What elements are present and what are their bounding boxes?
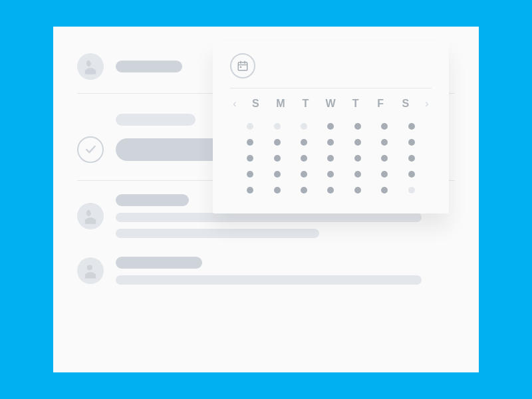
calendar-day[interactable] bbox=[371, 139, 398, 146]
calendar-day[interactable] bbox=[344, 139, 371, 146]
calendar-day[interactable] bbox=[317, 139, 344, 146]
day-dot bbox=[408, 155, 415, 162]
calendar-day[interactable] bbox=[371, 155, 398, 162]
dow-label: S bbox=[393, 98, 418, 110]
day-dot bbox=[274, 171, 281, 178]
calendar-day[interactable] bbox=[237, 155, 263, 162]
calendar-day[interactable] bbox=[344, 155, 371, 162]
dow-label: T bbox=[293, 98, 319, 110]
placeholder-bar bbox=[116, 114, 196, 126]
calendar-day[interactable] bbox=[317, 171, 344, 178]
prev-month-button[interactable]: ‹ bbox=[230, 98, 239, 110]
placeholder-bar bbox=[116, 257, 202, 269]
day-dot bbox=[247, 123, 253, 130]
main-panel: ‹ S M T W T F S › bbox=[53, 27, 479, 372]
day-of-week-header: S M T W T F S bbox=[239, 98, 422, 110]
day-dot bbox=[274, 155, 281, 162]
calendar-day[interactable] bbox=[263, 123, 290, 130]
day-dot bbox=[408, 123, 415, 130]
calendar-day[interactable] bbox=[398, 155, 425, 162]
day-dot bbox=[247, 171, 253, 178]
calendar-day[interactable] bbox=[398, 171, 425, 178]
user-icon bbox=[81, 207, 100, 225]
checkmark-icon[interactable] bbox=[77, 136, 104, 163]
calendar-day[interactable] bbox=[398, 123, 425, 130]
calendar-day[interactable] bbox=[291, 139, 317, 146]
list-item[interactable] bbox=[77, 247, 455, 294]
svg-point-0 bbox=[87, 265, 92, 270]
calendar-day[interactable] bbox=[263, 171, 290, 178]
dow-label: F bbox=[368, 98, 394, 110]
day-dot bbox=[354, 155, 361, 162]
avatar bbox=[77, 53, 104, 80]
day-dot bbox=[327, 155, 334, 162]
user-icon bbox=[81, 261, 100, 280]
calendar-day[interactable] bbox=[398, 139, 425, 146]
day-dot bbox=[381, 155, 388, 162]
dow-label: T bbox=[343, 98, 368, 110]
day-dot bbox=[327, 171, 334, 178]
calendar-day[interactable] bbox=[291, 123, 317, 130]
user-icon bbox=[81, 57, 100, 76]
day-dot bbox=[274, 139, 281, 146]
day-dot bbox=[327, 139, 334, 146]
day-dot bbox=[301, 123, 307, 130]
day-dot bbox=[301, 171, 307, 178]
placeholder-bar bbox=[116, 194, 189, 206]
calendar-day[interactable] bbox=[263, 155, 290, 162]
calendar-day[interactable] bbox=[263, 187, 290, 194]
dow-label: S bbox=[243, 98, 269, 110]
calendar-header bbox=[230, 53, 432, 88]
calendar-day[interactable] bbox=[317, 155, 344, 162]
day-dot bbox=[274, 187, 281, 194]
placeholder-bar bbox=[116, 275, 422, 285]
day-dot bbox=[354, 123, 361, 130]
calendar-day[interactable] bbox=[263, 139, 290, 146]
placeholder-bar bbox=[116, 213, 422, 222]
day-dot bbox=[301, 139, 307, 146]
calendar-popover[interactable]: ‹ S M T W T F S › bbox=[213, 41, 449, 213]
next-month-button[interactable]: › bbox=[422, 98, 432, 110]
day-dot bbox=[381, 139, 388, 146]
dow-label: M bbox=[269, 98, 294, 110]
calendar-day[interactable] bbox=[344, 171, 371, 178]
placeholder-bar bbox=[116, 61, 182, 72]
day-dot bbox=[247, 155, 253, 162]
day-dot bbox=[247, 139, 253, 146]
calendar-day[interactable] bbox=[317, 123, 344, 130]
calendar-day[interactable] bbox=[237, 187, 263, 194]
day-dot bbox=[301, 187, 307, 194]
calendar-day[interactable] bbox=[344, 187, 371, 194]
day-dot bbox=[381, 123, 388, 130]
calendar-day[interactable] bbox=[398, 187, 425, 194]
day-dot bbox=[381, 171, 388, 178]
day-dot bbox=[408, 171, 415, 178]
day-dot bbox=[274, 123, 281, 130]
calendar-day[interactable] bbox=[344, 123, 371, 130]
dow-label: W bbox=[319, 98, 344, 110]
day-dot bbox=[408, 187, 415, 194]
svg-rect-1 bbox=[238, 63, 247, 70]
calendar-day[interactable] bbox=[371, 123, 398, 130]
calendar-day[interactable] bbox=[317, 187, 344, 194]
calendar-icon bbox=[230, 53, 255, 78]
calendar-day[interactable] bbox=[291, 187, 317, 194]
calendar-day[interactable] bbox=[291, 155, 317, 162]
calendar-day[interactable] bbox=[237, 139, 263, 146]
day-dot bbox=[354, 139, 361, 146]
calendar-day[interactable] bbox=[237, 123, 263, 130]
day-dot bbox=[247, 187, 253, 194]
calendar-grid bbox=[230, 119, 432, 194]
day-dot bbox=[381, 187, 388, 194]
calendar-day[interactable] bbox=[291, 171, 317, 178]
calendar-day[interactable] bbox=[371, 187, 398, 194]
svg-rect-5 bbox=[240, 66, 241, 68]
calendar-day[interactable] bbox=[237, 171, 263, 178]
calendar-nav: ‹ S M T W T F S › bbox=[230, 98, 432, 110]
placeholder-bar bbox=[116, 229, 319, 238]
avatar bbox=[77, 257, 104, 284]
day-dot bbox=[408, 139, 415, 146]
day-dot bbox=[354, 171, 361, 178]
calendar-day[interactable] bbox=[371, 171, 398, 178]
day-dot bbox=[301, 155, 307, 162]
